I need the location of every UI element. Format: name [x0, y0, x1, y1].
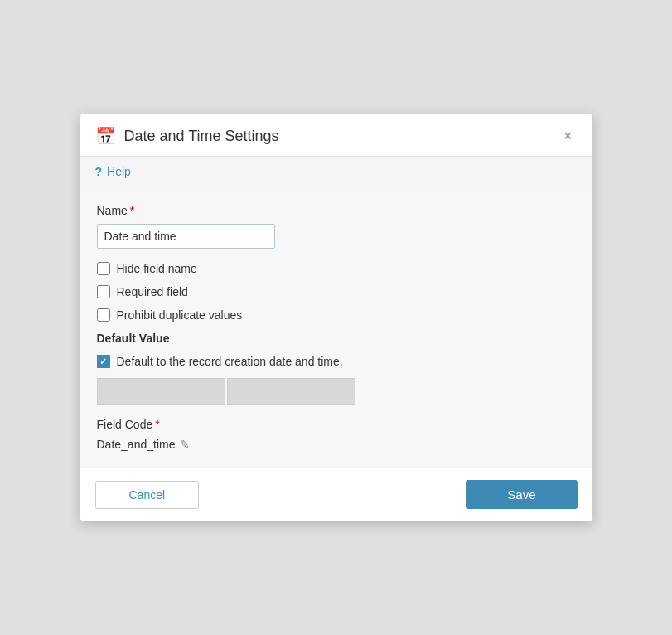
- field-code-required-star: *: [155, 418, 159, 431]
- name-input[interactable]: [97, 224, 275, 249]
- default-to-record-checkbox[interactable]: [97, 355, 110, 368]
- dialog-title: Date and Time Settings: [124, 128, 279, 145]
- date-time-inputs: [97, 378, 576, 405]
- cancel-button[interactable]: Cancel: [95, 481, 200, 509]
- date-time-settings-dialog: 📅 Date and Time Settings × ? Help Name* …: [80, 114, 593, 521]
- prohibit-duplicate-checkbox[interactable]: [97, 308, 110, 322]
- default-value-section: Default Value Default to the record crea…: [97, 332, 576, 405]
- header-left: 📅 Date and Time Settings: [95, 126, 279, 146]
- hide-field-name-row: Hide field name: [97, 262, 576, 275]
- field-code-section: Field Code* Date_and_time ✎: [97, 418, 576, 451]
- time-input-box[interactable]: [227, 378, 355, 405]
- name-label: Name*: [97, 204, 576, 217]
- hide-field-name-label: Hide field name: [117, 262, 197, 275]
- save-button[interactable]: Save: [466, 480, 577, 509]
- dialog-header: 📅 Date and Time Settings ×: [80, 114, 592, 157]
- default-value-title: Default Value: [97, 332, 576, 345]
- dialog-body: Name* Hide field name Required field Pro…: [80, 187, 592, 468]
- help-icon: ?: [95, 165, 103, 178]
- help-bar: ? Help: [80, 157, 592, 187]
- required-field-label: Required field: [117, 285, 188, 298]
- edit-field-code-icon[interactable]: ✎: [180, 438, 190, 451]
- required-field-checkbox[interactable]: [97, 285, 110, 298]
- dialog-footer: Cancel Save: [80, 468, 592, 521]
- required-star: *: [130, 204, 134, 217]
- default-to-record-label: Default to the record creation date and …: [117, 355, 343, 368]
- close-button[interactable]: ×: [558, 127, 578, 145]
- hide-field-name-checkbox[interactable]: [97, 262, 110, 275]
- field-code-label: Field Code*: [97, 418, 576, 431]
- field-code-value: Date_and_time: [97, 438, 176, 451]
- help-link[interactable]: Help: [107, 165, 131, 178]
- required-field-row: Required field: [97, 285, 576, 298]
- default-to-record-row: Default to the record creation date and …: [97, 355, 576, 368]
- prohibit-duplicate-label: Prohibit duplicate values: [117, 308, 243, 322]
- date-input-box[interactable]: [97, 378, 225, 405]
- prohibit-duplicate-row: Prohibit duplicate values: [97, 308, 576, 322]
- field-code-row: Date_and_time ✎: [97, 438, 576, 451]
- calendar-icon: 📅: [95, 126, 116, 146]
